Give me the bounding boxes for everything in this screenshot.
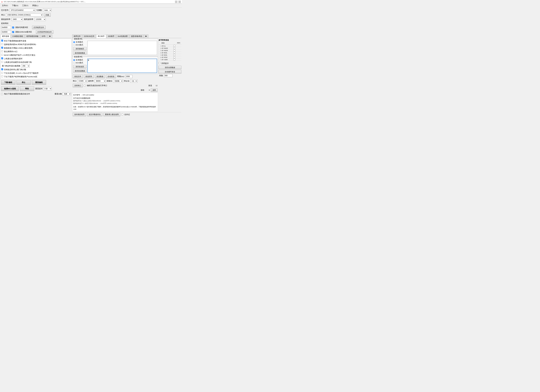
tab-more[interactable]: ▶ [48,35,52,38]
reload-row: 每次下载前都重新装载目标文件 重置次数 无限 [0,92,72,96]
close-serial-button[interactable]: 关闭串口 [73,84,83,87]
stop-bit-select[interactable]: 1位 [130,80,137,83]
ms-check-2[interactable] [173,50,175,51]
hw-opt-4-check[interactable] [1,54,3,56]
chip-type-info-row: 芯片型号 ： STC12C5A60S2 [73,94,157,96]
recv-hex-label: HEX模式 [76,44,83,46]
publish-btn[interactable]: 发布项目程序 [73,113,86,116]
period-input[interactable] [125,75,132,78]
hw-opt-8-check[interactable] [1,68,3,70]
watchdog-divider-select[interactable]: 256 [21,64,30,67]
auto-loop-button[interactable]: 自动循环发送 [159,70,181,74]
clear-send-button[interactable]: 清空发送区 [73,65,86,68]
tab-selection[interactable]: 选型/价格/样品 [130,35,144,38]
clear-eep-check[interactable] [12,31,14,33]
clear-code-check[interactable] [12,27,14,28]
clear-count-button[interactable]: 清零 [151,88,157,92]
tab-eeprom-file[interactable]: EEPROM文件 [82,35,96,38]
chip-type-select[interactable]: STC12C5A60S2 [10,9,35,12]
tab-serial[interactable]: 串口助手 [96,35,106,38]
close-button[interactable]: □ [179,1,181,3]
auto-open-check[interactable] [84,85,86,86]
interval-input[interactable] [164,74,173,77]
col-send-label: 发送 [161,42,176,44]
menu-file[interactable]: 文件(F) [1,4,9,7]
clear-recv-button[interactable]: 清空接收区 [73,47,86,50]
stop-button[interactable]: 停止 [16,80,31,85]
hw-opt-10-check[interactable] [1,75,3,77]
receive-title: 接收缓冲区 [74,38,83,40]
tab-hid[interactable]: HID助手 [106,35,116,38]
tab-prog-file[interactable]: 程序文件 [72,35,82,38]
tab-encrypt[interactable]: 程序加密后传输 [25,35,40,38]
tab-keil[interactable]: Keil仿真设置 [116,35,129,38]
serial-port-select[interactable]: COM5 [77,80,87,83]
menu-download[interactable]: 下载(O) [11,4,19,7]
reset-delay-select[interactable]: 3 秒 [43,87,52,90]
hw-opt-9-check[interactable] [1,72,3,74]
hw-opt-0-check[interactable] [1,40,3,41]
hw-opt-1-check[interactable] [1,43,3,45]
ms-check-4[interactable] [173,54,175,56]
hw-opt-2-check[interactable] [1,47,3,49]
min-baud-select[interactable]: 2400 [11,18,23,21]
send-file-button[interactable]: 发送文件 [73,75,83,78]
scan-button[interactable]: 扫描 [44,13,50,17]
serial-baud-select[interactable]: 38400 [95,80,106,83]
ms-check-0[interactable] [173,45,175,47]
serial-config-row: 串口 COM5 波特率 38400 校验位 无校验 停止位 [72,79,158,83]
send-return-button[interactable]: 发送回车 [84,75,94,78]
save-send-button[interactable]: 保存发送数据 [73,69,86,73]
addr2-input[interactable] [1,30,11,34]
baud-row: 最低波特率 2400 最高波特率 115200 [0,17,181,21]
open-eep-button[interactable]: 打开EEPROM文件 [36,30,53,34]
reprogram-button[interactable]: 重复编程 [32,80,46,85]
download-button[interactable]: 下载/编程 [1,80,15,85]
send-textarea[interactable]: B [87,59,157,73]
receive-group: 接收缓冲区 文本模式 HEX模式 [72,39,158,56]
ms-check-6[interactable] [173,59,175,60]
open-prog-button[interactable]: 打开程序文件 [32,26,45,29]
read-compare-btn[interactable]: 读文件数据对比 [87,113,102,116]
help-button[interactable]: 帮助 [20,86,34,91]
tab-more-right[interactable]: ▶ [144,35,148,38]
parity-select[interactable]: 无校验 [113,80,123,83]
auto-send-button[interactable]: 自动发送 [106,75,116,78]
menu-tools[interactable]: 工具(T) [21,4,29,7]
clear-all-button[interactable]: 清空全部数据 [159,66,181,69]
hw-opt-3-check[interactable] [1,50,3,52]
max-baud-select[interactable]: 115200 [34,18,46,21]
record-only-check[interactable] [121,114,123,116]
save-recv-button[interactable]: 保存接收数据 [73,51,86,55]
close-prompt-check[interactable] [159,62,160,64]
recv-text-radio[interactable] [73,41,75,43]
reload-check[interactable] [1,93,3,95]
tab-hw-options[interactable]: 硬件选项 [0,35,10,38]
ms-check-1[interactable] [173,47,175,49]
multi-string-title: 多字符串发送 [159,39,169,41]
send-count-label: 发送 [148,84,152,87]
send-data-button[interactable]: 发送数据 [95,75,105,78]
ms-check-5[interactable] [173,56,175,58]
receive-textarea[interactable] [87,41,157,55]
recv-hex-radio[interactable] [73,44,75,46]
port-select[interactable]: USB-SERIAL CH340 (COM12) [6,13,43,16]
freq-select[interactable]: Auto [43,9,52,12]
reload-recent-btn[interactable]: 重新调入最近使用 [104,113,120,116]
chip-type-info-value: STC12C5A60S2 [83,94,94,96]
reset-count-select[interactable]: 无限 [63,92,71,95]
minimize-button[interactable]: — [175,1,177,3]
send-text-radio[interactable] [73,59,75,61]
ms-text-6: AT+ADD [161,59,173,60]
check-mcu-button[interactable]: 检测MCU选项 [1,86,19,91]
hw-opt-5-check[interactable] [1,57,3,59]
title-bar: ▲ STC-ISP (V6.88F) (销售电话: 0513-55012928)… [0,0,182,4]
ms-check-3[interactable] [173,52,175,54]
hw-opt-6-check[interactable] [1,61,3,63]
send-hex-radio[interactable] [73,62,75,64]
hw-opt-0-label: 本次下载需要修改硬件选项 [4,40,26,42]
menu-ui[interactable]: 界面(L) [31,4,39,7]
tab-id[interactable]: ID号↑ [40,35,48,38]
addr1-input[interactable] [1,26,11,29]
tab-usb[interactable]: USB联机/联机 [11,35,25,38]
